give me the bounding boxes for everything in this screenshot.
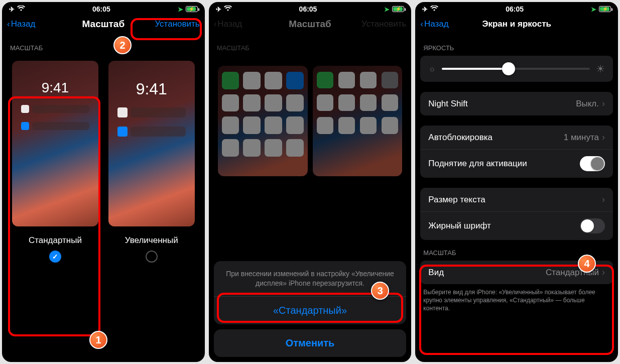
chevron-right-icon: ›	[602, 194, 605, 205]
action-sheet: При внесении изменений в настройку «Увел…	[209, 256, 412, 362]
battery-icon: ⚡	[392, 6, 404, 12]
cancel-button[interactable]: Отменить	[214, 329, 407, 357]
airplane-mode-icon: ✈︎	[422, 6, 428, 13]
back-button: ‹ Назад	[214, 19, 264, 29]
zoom-option-standard[interactable]: 9:41 Стандартный	[12, 61, 98, 263]
text-size-label: Размер текста	[428, 195, 485, 205]
nav-bar: ‹ Назад Масштаб Установить	[2, 15, 205, 35]
location-icon: ➤	[178, 6, 183, 13]
status-bar: ✈︎ 06:05 ➤ ⚡	[209, 2, 412, 15]
chevron-right-icon: ›	[602, 98, 605, 109]
status-bar: ✈︎ 06:05 ➤ ⚡	[2, 2, 205, 15]
back-button[interactable]: ‹ Назад	[420, 19, 470, 29]
wifi-icon	[17, 6, 25, 13]
status-bar: ✈︎ 06:05 ➤ ⚡	[415, 2, 618, 15]
chevron-left-icon: ‹	[214, 19, 217, 29]
app-previews	[209, 56, 412, 176]
nav-bar: ‹ Назад Экран и яркость	[415, 15, 618, 35]
view-footer: Выберите вид для iPhone: «Увеличенный» п…	[415, 284, 618, 317]
zoom-option-zoomed[interactable]: 9:41 Увеличенный	[108, 61, 195, 263]
nav-bar: ‹ Назад Масштаб Установить	[209, 15, 412, 35]
section-header-zoom: МАСШТАБ	[209, 35, 412, 56]
battery-icon: ⚡	[599, 6, 611, 12]
text-size-row[interactable]: Размер текста ›	[420, 188, 613, 211]
label-zoomed: Увеличенный	[125, 235, 178, 246]
bold-text-toggle[interactable]	[580, 218, 605, 233]
step-badge-4: 4	[578, 255, 596, 273]
airplane-mode-icon: ✈︎	[216, 6, 221, 13]
wifi-icon	[430, 6, 438, 13]
confirm-standard-button[interactable]: «Стандартный»	[214, 296, 407, 324]
status-time: 06:05	[92, 5, 110, 13]
bold-text-row: Жирный шрифт	[420, 211, 613, 240]
set-button[interactable]: Установить	[150, 19, 200, 29]
autolock-label: Автоблокировка	[428, 133, 492, 143]
sun-large-icon: ☀	[596, 63, 605, 75]
sun-small-icon: ☼	[428, 64, 436, 73]
set-button: Установить	[356, 19, 406, 29]
label-standard: Стандартный	[29, 235, 82, 246]
night-shift-label: Night Shift	[428, 99, 467, 109]
raise-to-wake-row: Поднятие для активации	[420, 149, 613, 178]
nav-title: Масштаб	[82, 19, 125, 30]
screen-3-display-brightness: ✈︎ 06:05 ➤ ⚡ ‹ Назад Экран и яркость ЯРК…	[415, 2, 618, 362]
app-grid-standard	[218, 66, 308, 176]
raise-to-wake-label: Поднятие для активации	[428, 159, 527, 169]
night-shift-row[interactable]: Night Shift Выкл. ›	[420, 92, 613, 115]
chevron-right-icon: ›	[602, 267, 605, 278]
step-badge-1: 1	[89, 331, 107, 349]
step-badge-2: 2	[113, 36, 132, 54]
status-time: 06:05	[299, 5, 317, 13]
chevron-left-icon: ‹	[420, 19, 423, 29]
status-time: 06:05	[506, 5, 524, 13]
section-header-zoom: МАСШТАБ	[2, 35, 205, 56]
chevron-left-icon: ‹	[7, 19, 10, 29]
location-icon: ➤	[384, 6, 390, 13]
wifi-icon	[224, 6, 232, 13]
screen-1-display-zoom: ✈︎ 06:05 ➤ ⚡ ‹ Назад Масштаб Установить …	[2, 2, 205, 362]
autolock-row[interactable]: Автоблокировка 1 минута ›	[420, 126, 613, 149]
view-label: Вид	[428, 268, 444, 278]
autolock-value: 1 минута	[564, 133, 599, 143]
preview-zoomed: 9:41	[108, 61, 195, 226]
location-icon: ➤	[591, 6, 596, 13]
nav-title: Масштаб	[289, 19, 331, 30]
brightness-header: ЯРКОСТЬ	[415, 35, 618, 56]
app-grid-zoomed	[313, 66, 403, 176]
screen-2-action-sheet: ✈︎ 06:05 ➤ ⚡ ‹ Назад Масштаб Установить …	[209, 2, 412, 362]
bold-text-label: Жирный шрифт	[428, 221, 490, 231]
preview-standard: 9:41	[12, 61, 98, 226]
back-button[interactable]: ‹ Назад	[7, 19, 57, 29]
nav-title: Экран и яркость	[482, 19, 551, 29]
radio-zoomed[interactable]	[146, 251, 158, 263]
radio-standard[interactable]	[49, 251, 61, 263]
zoom-options: 9:41 Стандартный 9:41 Увеличенный	[2, 56, 205, 268]
night-shift-value: Выкл.	[576, 99, 599, 109]
battery-icon: ⚡	[186, 6, 198, 12]
airplane-mode-icon: ✈︎	[9, 6, 15, 13]
chevron-right-icon: ›	[602, 132, 605, 143]
raise-to-wake-toggle[interactable]	[580, 156, 605, 171]
brightness-slider[interactable]	[442, 68, 590, 70]
brightness-slider-row: ☼ ☀	[420, 56, 613, 82]
